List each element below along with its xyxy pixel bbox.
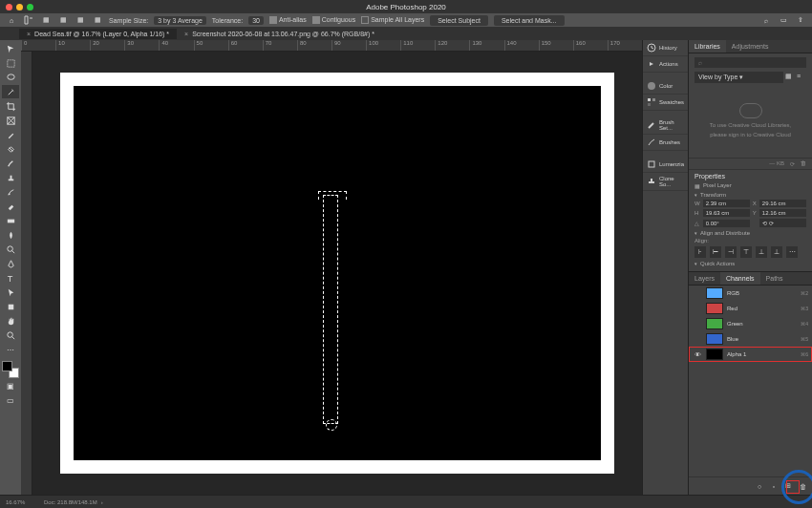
brush-tool[interactable] [2, 157, 19, 170]
close-window[interactable] [6, 4, 12, 11]
chevron-right-icon[interactable]: › [101, 499, 103, 505]
color-panel-button[interactable]: Color [643, 78, 688, 95]
visibility-icon[interactable]: 👁 [693, 349, 702, 359]
sample-all-checkbox[interactable]: Sample All Layers [361, 16, 424, 24]
ruler-vertical[interactable] [21, 52, 32, 495]
contiguous-checkbox[interactable]: Contiguous [312, 16, 355, 24]
lumenzia-panel-button[interactable]: Lumenzia [643, 157, 688, 173]
healing-tool[interactable] [2, 142, 19, 156]
x-field[interactable]: 29.16 cm [759, 200, 806, 207]
y-field[interactable]: 12.16 cm [759, 209, 806, 217]
select-and-mask-button[interactable]: Select and Mask... [494, 15, 565, 26]
select-subject-button[interactable]: Select Subject [430, 15, 488, 26]
minimize-window[interactable] [16, 4, 23, 11]
close-tab-icon[interactable]: × [184, 31, 188, 37]
tool-preset-icon[interactable] [23, 14, 34, 26]
hand-tool[interactable] [2, 314, 19, 328]
libraries-search-input[interactable] [694, 57, 806, 68]
actions-panel-button[interactable]: Actions [643, 56, 688, 73]
trash-icon[interactable]: 🗑 [801, 160, 806, 167]
channel-row-alpha-1[interactable]: 👁 Alpha 1 ⌘6 [689, 347, 812, 362]
history-panel-button[interactable]: History [643, 40, 688, 56]
document-canvas[interactable] [60, 73, 614, 474]
clone-source-panel-button[interactable]: Clone So... [643, 173, 688, 191]
home-icon[interactable]: ⌂ [6, 14, 17, 26]
zoom-tool[interactable] [2, 328, 19, 342]
tab-channels[interactable]: Channels [720, 272, 760, 285]
blur-tool[interactable] [2, 228, 19, 242]
shape-tool[interactable] [2, 300, 19, 313]
color-swatches[interactable] [2, 361, 19, 378]
h-field[interactable]: 19.63 cm [703, 209, 750, 217]
brushes-panel-button[interactable]: Brushes [643, 135, 688, 151]
ruler-horizontal[interactable]: 0102030405060708090100110120130140150160… [21, 40, 642, 52]
align-more-icon[interactable]: ⋯ [786, 246, 798, 258]
align-bottom-icon[interactable]: ⊥ [771, 246, 782, 258]
pen-tool[interactable] [2, 257, 19, 270]
list-view-icon[interactable]: ≡ [797, 73, 806, 82]
align-right-icon[interactable]: ⊣ [725, 246, 737, 258]
magic-wand-tool[interactable] [2, 85, 19, 98]
marquee-tool[interactable] [2, 56, 19, 70]
crop-tool[interactable] [2, 99, 19, 113]
tab-paths[interactable]: Paths [760, 272, 789, 285]
path-select-tool[interactable] [2, 286, 19, 299]
align-section[interactable]: Align and Distribute [694, 230, 806, 236]
visibility-icon[interactable] [693, 304, 702, 313]
channel-row-green[interactable]: Green ⌘4 [689, 316, 812, 331]
align-hcenter-icon[interactable]: ⊢ [710, 246, 721, 258]
stamp-tool[interactable] [2, 171, 19, 184]
tab-dead-sea[interactable]: ×Dead Sea.tif @ 16.7% (Layer 0, Alpha 1/… [19, 29, 177, 39]
share-icon[interactable]: ⇪ [795, 14, 806, 26]
subtract-selection-icon[interactable]: ▦ [75, 14, 86, 26]
type-tool[interactable]: T [2, 271, 19, 285]
add-selection-icon[interactable]: ▦ [57, 14, 69, 26]
eraser-tool[interactable] [2, 200, 19, 213]
channel-row-rgb[interactable]: RGB ⌘2 [689, 286, 812, 301]
sync-icon[interactable]: ⟳ [790, 160, 795, 167]
swatches-panel-button[interactable]: Swatches [643, 95, 688, 111]
visibility-icon[interactable] [693, 319, 702, 328]
zoom-field[interactable]: 16.67% [6, 499, 44, 505]
frame-tool[interactable] [2, 114, 19, 127]
align-vcenter-icon[interactable]: ⊥ [756, 246, 767, 258]
search-icon[interactable]: ⌕ [760, 14, 772, 26]
intersect-selection-icon[interactable]: ▦ [92, 14, 103, 26]
tab-libraries[interactable]: Libraries [689, 40, 726, 53]
libraries-view-dropdown[interactable]: View by Type ▾ [694, 72, 783, 83]
brush-settings-panel-button[interactable]: Brush Set... [643, 116, 688, 135]
delete-channel-icon[interactable]: 🗑 [797, 480, 808, 492]
edit-toolbar[interactable]: ⋯ [2, 343, 19, 356]
w-field[interactable]: 2.39 cm [703, 200, 750, 207]
maximize-window[interactable] [27, 4, 33, 11]
sample-size-field[interactable]: 3 by 3 Average [154, 16, 206, 25]
transform-section[interactable]: Transform [694, 192, 806, 198]
quick-actions-section[interactable]: Quick Actions [694, 261, 806, 266]
new-channel-icon[interactable]: ⊞ [782, 480, 794, 492]
quick-mask-icon[interactable]: ▣ [2, 379, 19, 392]
eyedropper-tool[interactable] [2, 128, 19, 141]
close-tab-icon[interactable]: × [27, 31, 31, 37]
screen-mode-icon[interactable]: ▭ [2, 393, 19, 407]
tab-screenshot[interactable]: ×Screenshot 2020-06-08 at 13.06.47.png @… [177, 29, 382, 39]
new-selection-icon[interactable]: ▦ [40, 14, 52, 26]
channel-row-blue[interactable]: Blue ⌘5 [689, 331, 812, 347]
lasso-tool[interactable] [2, 71, 19, 84]
align-left-icon[interactable]: ⊦ [694, 246, 706, 258]
flip-buttons[interactable]: ⟲ ⟳ [759, 219, 806, 227]
visibility-icon[interactable] [693, 288, 702, 298]
move-tool[interactable] [2, 42, 19, 55]
workspace-icon[interactable]: ▭ [778, 14, 789, 26]
gradient-tool[interactable] [2, 214, 19, 227]
dodge-tool[interactable] [2, 243, 19, 256]
visibility-icon[interactable] [693, 334, 702, 344]
tab-adjustments[interactable]: Adjustments [726, 40, 775, 53]
align-top-icon[interactable]: ⊤ [740, 246, 752, 258]
save-selection-icon[interactable]: ▫ [768, 480, 780, 492]
channel-row-red[interactable]: Red ⌘3 [689, 301, 812, 316]
antialias-checkbox[interactable]: Anti-alias [269, 16, 307, 24]
load-selection-icon[interactable]: ○ [754, 480, 765, 492]
history-brush-tool[interactable] [2, 185, 19, 199]
tolerance-field[interactable]: 30 [248, 16, 264, 25]
angle-field[interactable]: 0.00° [703, 220, 750, 227]
